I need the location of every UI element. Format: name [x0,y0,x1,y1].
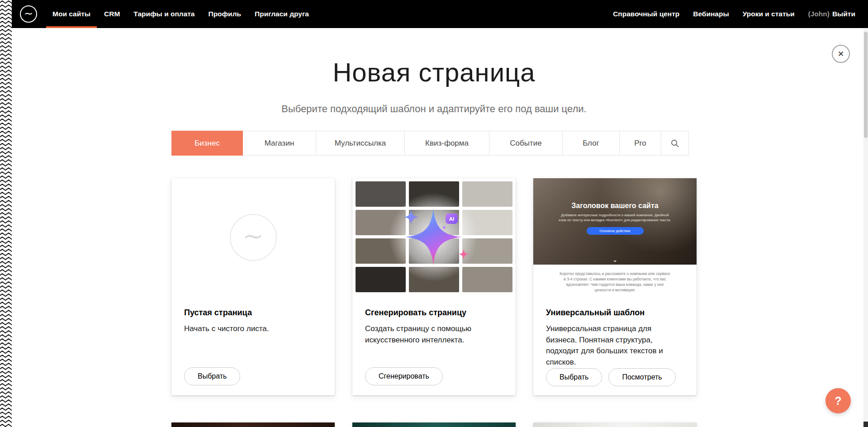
nav-lessons-articles-label: Уроки и статьи [743,10,795,18]
template-card-universal: Заголовок вашего сайта Добавьте интересн… [533,178,697,395]
user-name: (John) [808,10,830,18]
navbar-right-group: Справочный центр Вебинары Уроки и статьи… [613,0,855,28]
template-preview [171,422,335,427]
tilda-logo[interactable]: ∼ [20,5,37,23]
nav-webinars-label: Вебинары [693,10,729,18]
template-category-tabs: Бизнес Магазин Мультиссылка Квиз-форма С… [171,131,689,156]
template-card-next-row [533,422,697,427]
tab-multilink-label: Мультиссылка [335,139,386,148]
nav-my-sites-label: Мои сайты [52,10,90,18]
tab-pro[interactable]: Pro [619,131,661,156]
search-icon [670,139,679,148]
preview-paragraph: Коротко представьтесь и расскажите о ком… [559,271,671,293]
card-title: Универсальный шаблон [546,308,684,318]
preview-text-section: Коротко представьтесь и расскажите о ком… [533,265,697,296]
card-buttons: Сгенерировать [365,367,503,385]
help-button[interactable]: ? [825,388,851,413]
tab-business-label: Бизнес [194,139,220,148]
card-body: Универсальный шаблон Универсальная стран… [533,296,697,396]
choose-universal-template-button[interactable]: Выбрать [546,368,602,386]
blank-page-preview: ∼ [171,178,335,296]
nav-webinars[interactable]: Вебинары [693,0,729,28]
card-title: Сгенерировать страницу [365,308,503,318]
nav-invite-friend[interactable]: Пригласи друга [255,0,309,28]
nav-profile-label: Профиль [208,10,241,18]
tilda-watermark-icon: ∼ [230,214,277,261]
card-description: Начать с чистого листа. [184,323,322,335]
template-card-next-row [352,422,516,427]
tab-quiz-form[interactable]: Квиз-форма [404,131,489,156]
left-zigzag-decoration [0,0,12,427]
card-description: Универсальная страница для бизнеса. Поня… [546,323,684,368]
nav-profile[interactable]: Профиль [208,0,241,28]
view-universal-template-button[interactable]: Посмотреть [608,368,675,386]
nav-my-sites[interactable]: Мои сайты [52,0,90,28]
nav-help-center-label: Справочный центр [613,10,679,18]
tilde-icon: ∼ [242,223,264,249]
card-title: Пустая страница [184,308,322,318]
template-preview [533,422,697,427]
tab-business[interactable]: Бизнес [171,131,243,156]
card-buttons: Выбрать Посмотреть [546,368,684,386]
tab-event-label: Событие [510,139,541,148]
tilde-icon: ∼ [24,8,33,19]
card-body: Пустая страница Начать с чистого листа. … [171,296,335,395]
nav-tariffs-label: Тарифы и оплата [133,10,194,18]
ai-generate-preview: AI [352,178,516,296]
nav-tariffs[interactable]: Тарифы и оплата [133,0,194,28]
tab-shop[interactable]: Магазин [242,131,316,156]
template-cards-grid: ∼ Пустая страница Начать с чистого листа… [171,178,697,427]
nav-crm-label: CRM [104,10,120,18]
top-navbar: ∼ Мои сайты CRM Тарифы и оплата Профиль … [0,0,868,28]
ai-sparkle-icon [352,178,516,296]
logout-label: Выйти [832,10,855,18]
universal-template-preview: Заголовок вашего сайта Добавьте интересн… [533,178,697,296]
nav-invite-friend-label: Пригласи друга [255,10,309,18]
vertical-scrollbar[interactable] [863,0,868,427]
preview-cta-button: Основное действие [587,227,644,235]
generate-page-button[interactable]: Сгенерировать [365,367,443,385]
tab-event[interactable]: Событие [489,131,563,156]
page-subtitle: Выберите подходящий шаблон и адаптируйте… [0,103,868,115]
scrollbar-down-button[interactable] [863,422,868,427]
tab-shop-label: Магазин [265,139,294,148]
close-dialog-button[interactable]: ✕ [832,45,850,63]
nav-lessons-articles[interactable]: Уроки и статьи [743,0,795,28]
template-card-ai-generate: AI Сгенерировать страницу Создать страни… [352,178,516,395]
scrollbar-thumb[interactable] [864,32,868,138]
template-card-next-row [171,422,335,427]
tab-search[interactable] [661,131,689,156]
close-icon: ✕ [838,49,844,59]
card-body: Сгенерировать страницу Создать страницу … [352,296,516,395]
card-description: Создать страницу с помощью искусственног… [365,323,503,346]
tab-blog-label: Блог [583,139,599,148]
tab-blog[interactable]: Блог [562,131,620,156]
tab-quiz-form-label: Квиз-форма [425,139,469,148]
question-mark-icon: ? [835,394,841,408]
chevron-down-icon: ⌄ [612,256,618,263]
page-title: Новая страница [0,57,868,87]
preview-heading: Заголовок вашего сайта [533,178,697,210]
template-preview [352,422,516,427]
preview-cover-photo: Заголовок вашего сайта Добавьте интересн… [533,178,697,265]
nav-crm[interactable]: CRM [104,0,120,28]
template-card-blank-page: ∼ Пустая страница Начать с чистого листа… [171,178,335,395]
tab-multilink[interactable]: Мультиссылка [316,131,405,156]
card-buttons: Выбрать [184,367,322,385]
navbar-left-group: ∼ Мои сайты CRM Тарифы и оплата Профиль … [20,0,309,28]
zigzag-pattern-icon [0,0,12,427]
preview-subheading: Добавьте интересные подробности о вашей … [558,213,672,223]
choose-blank-page-button[interactable]: Выбрать [184,367,240,385]
logout-link[interactable]: (John) Выйти [808,0,855,28]
nav-help-center[interactable]: Справочный центр [613,0,679,28]
tab-pro-label: Pro [634,139,646,148]
ai-badge: AI [446,214,458,224]
